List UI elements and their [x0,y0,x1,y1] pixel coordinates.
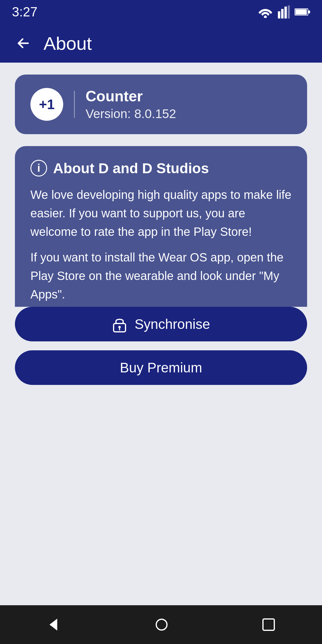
svg-point-0 [264,16,267,18]
back-icon [15,35,32,52]
status-time: 3:27 [12,4,38,19]
app-logo: +1 [30,88,63,121]
nav-back-icon [47,617,61,632]
synchronise-label: Synchronise [134,316,210,332]
svg-rect-3 [284,7,287,18]
app-info-card: +1 Counter Version: 8.0.152 [15,75,307,134]
status-bar: 3:27 [0,0,322,24]
nav-recents-button[interactable] [256,612,281,637]
button-row: Synchronise Buy Premium [0,307,322,385]
main-content: +1 Counter Version: 8.0.152 i About D an… [0,63,322,307]
vertical-divider [74,91,75,118]
studio-body-2: If you want to install the Wear OS app, … [30,248,292,304]
back-button[interactable] [12,32,35,55]
app-info-text: Counter Version: 8.0.152 [86,88,176,121]
battery-icon [295,7,310,16]
spacer [0,385,322,605]
studio-title: About D and D Studios [53,160,209,177]
svg-rect-1 [278,11,280,18]
nav-recents-icon [262,618,275,631]
app-version: Version: 8.0.152 [86,107,176,121]
lock-icon [112,316,127,332]
buy-premium-label: Buy Premium [120,360,202,376]
studio-header: i About D and D Studios [30,160,292,177]
svg-point-23 [156,619,167,630]
wifi-icon [258,6,273,18]
studio-body: We love developing high quality apps to … [30,185,292,304]
nav-back-button[interactable] [41,611,67,638]
svg-marker-22 [49,619,57,631]
studio-body-1: We love developing high quality apps to … [30,185,292,241]
app-logo-text: +1 [39,96,55,112]
synchronise-button[interactable]: Synchronise [15,307,307,341]
nav-home-icon [154,617,169,632]
status-icons [258,5,310,18]
signal-icon [278,5,290,18]
app-name: Counter [86,88,176,105]
info-icon: i [30,160,47,177]
svg-rect-4 [288,5,290,18]
buy-premium-button[interactable]: Buy Premium [15,350,307,385]
app-bar: About [0,24,322,63]
svg-rect-2 [281,9,284,18]
svg-rect-8 [308,10,310,13]
page-title: About [44,33,92,54]
studio-card: i About D and D Studios We love developi… [15,146,307,307]
nav-home-button[interactable] [148,611,175,638]
bottom-nav [0,605,322,644]
svg-rect-24 [263,619,274,630]
svg-rect-7 [295,9,307,15]
